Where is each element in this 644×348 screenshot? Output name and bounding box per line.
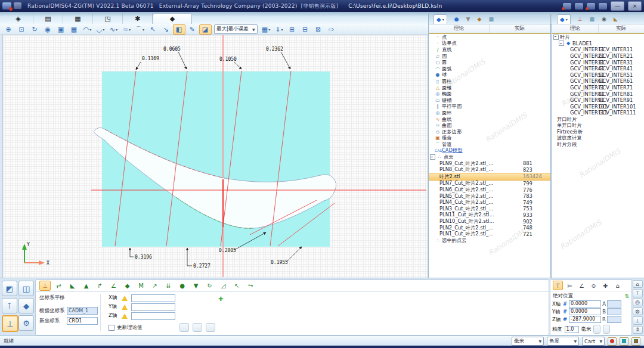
mode-button[interactable]: ⊺ [2, 298, 17, 313]
mode-button[interactable]: ◫ [18, 281, 34, 296]
point-cloud-item[interactable]: PLN2_Cut_叶片2.stl_... 748 [429, 225, 550, 231]
feature-tree-item[interactable]: ∥ 平行平面 [429, 104, 550, 110]
axis-offset-input[interactable] [131, 303, 175, 311]
point-cloud-item[interactable]: PLN9_Cut_叶片2.stl_... 881 [429, 160, 550, 167]
toolbar-icon[interactable]: ⌒▾ [134, 24, 146, 35]
position-toolbar-icon[interactable]: ⊤ [553, 281, 563, 290]
ribbon-tab[interactable]: ▤ [33, 13, 63, 24]
ribbon-tab[interactable]: ◆ [153, 13, 192, 24]
feature-tree-item[interactable]: · 点 [429, 34, 550, 41]
edge-icon[interactable]: ⌂ [633, 280, 643, 288]
cs-toolbar-icon[interactable]: M [135, 281, 147, 291]
edge-icon[interactable]: ⊤ [633, 289, 643, 297]
form-button[interactable] [193, 323, 202, 332]
angle-select[interactable]: 角度▼ [547, 337, 579, 346]
target-icon[interactable]: # [563, 316, 569, 322]
tab-grid-icon[interactable]: ▦ [488, 16, 494, 22]
close-button[interactable]: × [628, 1, 642, 11]
ruler-indicator-icon[interactable] [620, 337, 628, 346]
cs-toolbar-icon[interactable]: ◣ [67, 281, 78, 291]
position-value-input[interactable]: -287.9000 [569, 316, 601, 323]
form-button[interactable] [179, 323, 189, 332]
gcv-section-row[interactable]: GCV_INTER41 GCV_INTER41 [552, 66, 644, 72]
cs-toolbar-icon[interactable]: ↱ [94, 281, 106, 291]
toolbar-icon[interactable]: ✎ [186, 24, 199, 35]
cs-toolbar-icon[interactable]: ● [177, 281, 188, 291]
update-theory-checkbox[interactable] [109, 325, 114, 331]
gcv-section-row[interactable]: GCV_INTER51 GCV_INTER51 [552, 72, 644, 79]
col-actual[interactable]: 实际 [490, 24, 550, 33]
point-cloud-item[interactable]: PLN3_Cut_叶片2.stl_... 753 [429, 206, 550, 212]
device-icon[interactable] [587, 3, 595, 10]
toolbar-icon[interactable]: ⊠ [312, 24, 325, 35]
form-button[interactable] [206, 323, 215, 332]
tab-camera-icon[interactable]: ◉ [602, 16, 606, 22]
rotary-axis-input[interactable] [607, 308, 621, 315]
feature-tree-item[interactable]: ◦ 边界点 [429, 41, 550, 47]
position-toolbar-icon[interactable]: ✚ [600, 281, 611, 290]
add-axis-icon[interactable]: ✚ [218, 296, 223, 302]
axis-offset-input[interactable] [131, 312, 175, 320]
point-cloud-item[interactable]: PLN7_Cut_叶片2.stl_... 799 [429, 181, 550, 187]
feature-tree-item[interactable]: ▱ 面 [429, 53, 550, 60]
ribbon-tab[interactable]: ◈ [4, 13, 33, 24]
precision-input[interactable]: 1.0 [565, 326, 579, 333]
position-toolbar-icon[interactable]: ⊙ [589, 281, 599, 290]
toolbar-icon[interactable]: ▦▾ [260, 24, 273, 35]
tab-report-icon[interactable]: ◆ [478, 16, 482, 22]
col-theory[interactable]: 理论 [552, 24, 599, 33]
toolbar-icon[interactable]: ⊟ [299, 24, 312, 35]
position-toolbar-icon[interactable]: ⌂ [612, 281, 623, 290]
point-cloud-item[interactable]: 叶片2.stl 163424 [429, 173, 550, 181]
record-indicator-icon[interactable] [608, 337, 617, 346]
feature-tree-item[interactable]: ∕ 直线 [429, 46, 550, 53]
tree-node-blade-root[interactable]: 叶片 [552, 34, 644, 41]
rotary-axis-input[interactable] [607, 316, 621, 323]
analysis-tree-item[interactable]: 单开口叶片 [552, 122, 644, 129]
collapse-icon[interactable] [430, 154, 435, 160]
cs-toolbar-icon[interactable]: ↪ [245, 281, 256, 291]
analysis-tree-item[interactable]: 叶片分段 [552, 141, 644, 148]
tab-sphere-icon[interactable]: ● [454, 16, 459, 22]
cs-toolbar-icon[interactable]: ↻ [204, 281, 215, 291]
edge-icon[interactable]: ◎ [633, 299, 643, 306]
gcv-section-row[interactable]: GCV_INTER101 GCV_INTER101 [552, 104, 644, 110]
edge-icon[interactable]: ⚙ [633, 307, 643, 315]
gcv-section-row[interactable]: GCV_INTER81 GCV_INTER81 [552, 91, 644, 97]
menu-icon[interactable] [14, 2, 21, 9]
mode-button[interactable]: ⊥ [2, 315, 18, 332]
display-icon[interactable] [575, 3, 583, 10]
gcv-section-row[interactable]: GCV_INTER21 GCV_INTER21 [552, 53, 644, 60]
cs-toolbar-icon[interactable]: ∠ [108, 281, 119, 291]
toolbar-icon[interactable]: ↖ [147, 24, 159, 35]
feature-tree-item[interactable]: △ 圆锥 [429, 85, 550, 91]
target-icon[interactable]: # [563, 309, 569, 315]
point-cloud-item[interactable]: PLN8_Cut_叶片2.stl_... 823 [429, 166, 550, 173]
gcv-section-row[interactable]: GCV_INTER31 GCV_INTER31 [552, 59, 644, 66]
toolbar-icon[interactable]: ⊕ [2, 24, 15, 35]
feature-tree-item[interactable]: ▯ 圆柱 [429, 78, 550, 85]
cs-toolbar-icon[interactable]: ◿ [218, 281, 229, 291]
toolbar-icon[interactable]: ◧ [173, 24, 185, 35]
cs-toolbar-icon[interactable]: ↖ [231, 281, 243, 291]
tab-flag-icon[interactable]: ◣ [614, 16, 618, 22]
toolbar-icon[interactable]: ∿▾ [107, 24, 120, 35]
position-value-input[interactable]: 0.0000 [569, 300, 601, 307]
point-cloud-item[interactable]: PLN11_Cut_叶片2.stl... 933 [429, 212, 550, 219]
cs-toolbar-icon[interactable]: ◆ [122, 281, 133, 291]
toolbar-icon[interactable]: ◡▾ [94, 24, 107, 35]
cs-toolbar-icon[interactable]: ⊥ [39, 281, 51, 291]
minimize-button[interactable]: — [611, 1, 624, 11]
feature-tree-item[interactable]: ∿ 曲线 [429, 116, 550, 123]
tab-tolerance-icon[interactable]: ▼ [466, 16, 470, 22]
toolbar-icon[interactable]: ⇨ [326, 24, 338, 35]
ribbon-tab[interactable]: ◳ [93, 13, 123, 24]
error-mode-dropdown[interactable]: 最大|最小误差 ▼ [214, 24, 258, 34]
feature-tree-item[interactable]: ◎ 圆环 [429, 110, 550, 116]
point-cloud-item[interactable]: PLN4_Cut_叶片2.stl_... 749 [429, 199, 550, 206]
tree-item-cad-model[interactable]: CAD CAD模型 [429, 148, 550, 154]
toolbar-icon[interactable]: ⊡ [16, 24, 28, 35]
position-toolbar-icon[interactable]: ∠ [577, 281, 587, 290]
feature-tree-item[interactable]: ⌒ 管道 [429, 141, 550, 148]
gcv-section-row[interactable]: GCV_INTER71 GCV_INTER71 [552, 85, 644, 91]
